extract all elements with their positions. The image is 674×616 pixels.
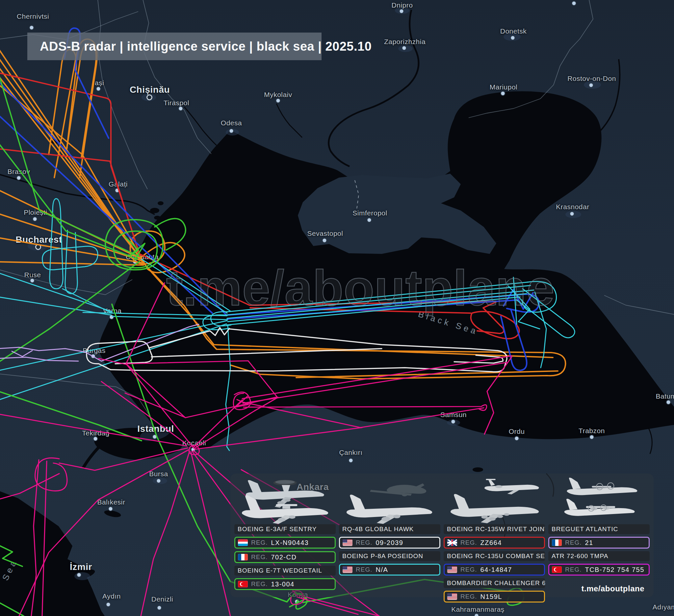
dardanelles	[83, 447, 99, 468]
city-label: Ruse	[24, 271, 41, 279]
aegean-sea	[0, 490, 105, 616]
don-river	[592, 59, 620, 138]
city-dot	[106, 602, 111, 607]
city-label: Mariupol	[490, 83, 518, 91]
legend-registration-box: REG.21	[548, 537, 650, 549]
registration-label: REG.	[251, 581, 267, 588]
legend-aircraft-name: BREGUET ATLANTIC	[548, 524, 650, 534]
legend-column-sentry-wedgetail: BOEING E-3A/F SENTRYREG.LX-N90443REG.702…	[234, 476, 336, 594]
city-dot	[572, 1, 577, 6]
city-label: Rostov-on-Don	[567, 74, 616, 83]
track-group-lavender	[0, 324, 199, 361]
legend-aircraft-name: BOEING E-7T WEDGETAIL	[234, 566, 336, 576]
registration-label: REG.	[251, 539, 267, 546]
registration-value: TCB-752 754 755	[585, 566, 644, 574]
city-dot	[399, 9, 404, 14]
city-label: Kocaeli	[182, 439, 206, 447]
legend-entries: BREGUET ATLANTICREG.21ATR 72-600 TMPAREG…	[548, 524, 650, 576]
city-label: Mykolaiv	[264, 91, 292, 99]
city-label: Çankırı	[339, 449, 362, 457]
legend-registration-box: REG.09-2039	[339, 537, 440, 549]
city-label: Adıyaman	[653, 603, 674, 611]
city-dot	[109, 315, 114, 320]
track-group-blue	[0, 28, 539, 370]
legend-aircraft-name: RQ-4B GLOBAL HAWK	[339, 524, 440, 534]
legend-panel: BOEING E-3A/F SENTRYREG.LX-N90443REG.702…	[230, 474, 654, 597]
legend-aircraft-name: BOMBARDIER CHALLENGER 650	[444, 578, 545, 588]
city-dot	[108, 506, 113, 511]
legend-column-atlantic-atr: BREGUET ATLANTICREG.21ATR 72-600 TMPAREG…	[548, 476, 650, 594]
danube-river	[0, 174, 155, 214]
city-label: Tekirdağ	[82, 429, 109, 437]
city-dot	[91, 354, 96, 359]
city-label: Chișinău	[130, 85, 170, 95]
us-flag-icon	[447, 566, 457, 573]
adsb-radar-map-screenshot: { "title": { "text": "ADS-B radar | inte…	[0, 0, 674, 616]
city-dot	[474, 613, 479, 616]
country-borders	[0, 0, 674, 416]
registration-value: ZZ664	[480, 539, 501, 547]
registration-value: 13-004	[271, 581, 294, 588]
city-dot	[77, 573, 82, 578]
legend-registration-box: REG.N159L	[444, 591, 545, 603]
city-dot	[451, 419, 456, 424]
legend-entries: BOEING RC-135W RIVET JOINTREG.ZZ664BOEIN…	[444, 524, 545, 603]
city-label: Odesa	[221, 119, 242, 127]
track-group-white	[87, 328, 507, 372]
city-dot	[276, 98, 281, 103]
rq4-global-hawk-icon	[339, 476, 440, 524]
aircraft-art	[234, 476, 336, 524]
registration-value: N159L	[480, 593, 502, 601]
city-label: Samsun	[440, 411, 467, 419]
legend-aircraft-name: BOEING RC-135W RIVET JOINT	[444, 524, 545, 534]
e3-sentry-icon	[234, 476, 336, 524]
city-dot	[32, 217, 37, 222]
breguet-atlantic-icon	[548, 476, 650, 524]
city-label: Donetsk	[500, 27, 527, 35]
registration-label: REG.	[460, 566, 477, 573]
city-dot	[152, 435, 157, 439]
city-label: Trabzon	[579, 427, 605, 435]
registration-value: LX-N90443	[271, 539, 309, 547]
registration-label: REG.	[251, 554, 267, 561]
tr-flag-icon	[238, 581, 248, 587]
city-label: Istanbul	[137, 424, 174, 434]
legend-watermark: t.me/aboutplane	[581, 584, 644, 593]
city-dot	[93, 436, 98, 441]
city-label: Galați	[109, 180, 128, 188]
city-dot	[179, 106, 183, 111]
p8-poseidon-icon	[347, 495, 432, 524]
track-group-cyan	[0, 199, 575, 451]
legend-registration-box: REG.LX-N90443	[234, 537, 336, 549]
city-label: Sevastopol	[307, 229, 343, 238]
city-label: Denizli	[151, 595, 174, 603]
city-dot	[96, 87, 101, 92]
legend-registration-box: REG.TCB-752 754 755	[548, 564, 650, 576]
fr-flag-icon	[238, 554, 248, 561]
city-dot	[322, 238, 327, 243]
registration-label: REG.	[356, 539, 372, 546]
registration-label: REG.	[356, 566, 372, 573]
legend-column-rc135: BOEING RC-135W RIVET JOINTREG.ZZ664BOEIN…	[444, 476, 545, 594]
city-dot	[295, 599, 300, 604]
bug-river	[276, 104, 302, 138]
city-dot	[35, 244, 41, 250]
us-flag-icon	[343, 566, 352, 573]
marmara-sea	[94, 428, 183, 460]
city-label: Iași	[93, 79, 104, 87]
city-label: Constanța	[126, 253, 158, 261]
legend-aircraft-name: BOEING RC-135U COMBAT SENTT	[444, 551, 545, 561]
city-label: Balıkesir	[97, 498, 125, 506]
city-dot	[30, 278, 35, 283]
legend-registration-box: REG.64-14847	[444, 564, 545, 576]
aircraft-art	[444, 476, 545, 524]
rc135-icon	[451, 494, 539, 523]
city-label: Black Sea	[417, 309, 479, 337]
lu-flag-icon	[238, 540, 248, 546]
city-label: Aydın	[102, 592, 121, 600]
city-dot	[515, 436, 519, 441]
city-dot	[229, 129, 234, 134]
track-group-red	[0, 72, 519, 339]
city-dot	[402, 46, 407, 51]
city-label: Kahramanmaraş	[451, 605, 504, 613]
